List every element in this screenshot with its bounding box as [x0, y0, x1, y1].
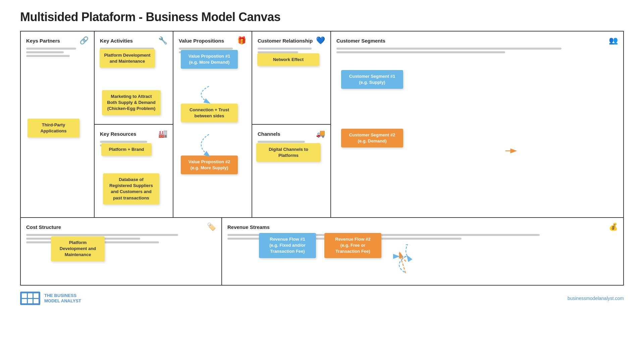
page-title: Multisided Plataform - Business Model Ca… [20, 10, 624, 24]
canvas-bottom-row: Cost Structure 🏷️ Platform Development a… [21, 218, 623, 285]
canvas: Keys Partners 🔗 Third-Party Applications… [20, 31, 624, 286]
customer-seg2-sticky: Customer Segment #2(e.g. Demand) [341, 129, 403, 147]
key-activities-cell: Key Activities 🔧 Platform Development an… [95, 32, 173, 125]
channels-icon: 🚚 [316, 129, 325, 138]
customer-relationship-icon: 💙 [316, 36, 325, 45]
revenue-streams-cell: Revenue Streams 💰 Revenue Flow #1(e.g. F… [222, 218, 623, 285]
footer-logo: THE BUSINESS MODEL ANALYST [20, 292, 81, 305]
revenue-flow1-sticky: Revenue Flow #1(e.g. Fixed and/orTransac… [259, 233, 316, 258]
customer-seg-arrows [331, 32, 623, 217]
platform-dev-sticky: Platform Development and Maintenance [100, 49, 155, 68]
key-resources-title: Key Resources 🏭 [100, 129, 167, 138]
database-sticky: Database of Registered Suppliers and Cus… [103, 173, 159, 204]
key-activities-resources-split: Key Activities 🔧 Platform Development an… [95, 32, 173, 217]
value-prop2-sticky: Value Propostion #2(e.g. More Supply) [181, 156, 238, 174]
keys-partners-lines [26, 48, 89, 57]
customer-seg1-sticky: Customer Segment #1(e.g. Supply) [341, 70, 403, 89]
cost-structure-cell: Cost Structure 🏷️ Platform Development a… [21, 218, 222, 285]
keys-partners-title: Keys Partners 🔗 [26, 36, 89, 45]
value-propositions-cell: Value Propositions 🎁 Value Propostion #1… [173, 32, 252, 217]
customer-segments-icon: 👥 [609, 36, 618, 45]
value-propositions-icon: 🎁 [237, 36, 246, 45]
customer-rel-lines [258, 48, 325, 53]
digital-channels-sticky: Digital Channels to Platforms [256, 143, 321, 162]
value-prop1-sticky: Value Propostion #1(e.g. More Demand) [181, 50, 238, 69]
key-resources-cell: Key Resources 🏭 Platform + Brand Databas… [95, 125, 173, 217]
logo-grid-icon [20, 292, 40, 305]
customer-segments-cell: Customer Segments 👥 Customer Segment #1(… [331, 32, 623, 217]
network-effect-sticky: Network Effect [257, 53, 319, 66]
channels-title: Channels 🚚 [258, 129, 325, 138]
canvas-top-row: Keys Partners 🔗 Third-Party Applications… [21, 32, 623, 218]
customer-rel-channels-split: Customer Relationship 💙 Network Effect C… [252, 32, 331, 217]
customer-relationship-title: Customer Relationship 💙 [258, 36, 325, 45]
value-propositions-title: Value Propositions 🎁 [179, 36, 246, 45]
cost-structure-icon: 🏷️ [207, 223, 216, 231]
marketing-sticky: Marketing to Attract Both Supply & Deman… [102, 90, 161, 115]
customer-segments-title: Customer Segments 👥 [336, 36, 618, 45]
customer-relationship-cell: Customer Relationship 💙 Network Effect [252, 32, 330, 125]
footer-url: businessmodelanalyst.com [568, 296, 624, 301]
channels-cell: Channels 🚚 Digital Channels to Platforms [252, 125, 330, 217]
keys-partners-icon: 🔗 [79, 36, 89, 45]
revenue-streams-icon: 💰 [609, 223, 618, 231]
third-party-sticky: Third-Party Applications [28, 119, 79, 137]
platform-brand-sticky: Platform + Brand [101, 143, 152, 156]
key-activities-icon: 🔧 [158, 36, 167, 45]
keys-partners-cell: Keys Partners 🔗 Third-Party Applications [21, 32, 95, 217]
customer-seg-lines [336, 48, 618, 53]
revenue-streams-title: Revenue Streams 💰 [227, 223, 618, 231]
connection-trust-sticky: Connection + Trustbetween sides [181, 104, 238, 122]
cost-platform-dev-sticky: Platform Development and Maintenance [51, 236, 105, 261]
key-resources-icon: 🏭 [158, 129, 167, 138]
revenue-flow2-sticky: Revenue Flow #2(e.g. Free orTransaction … [324, 233, 381, 258]
cost-structure-title: Cost Structure 🏷️ [26, 223, 216, 231]
footer: THE BUSINESS MODEL ANALYST businessmodel… [20, 286, 624, 305]
logo-text: THE BUSINESS MODEL ANALYST [44, 293, 81, 303]
key-activities-title: Key Activities 🔧 [100, 36, 167, 45]
